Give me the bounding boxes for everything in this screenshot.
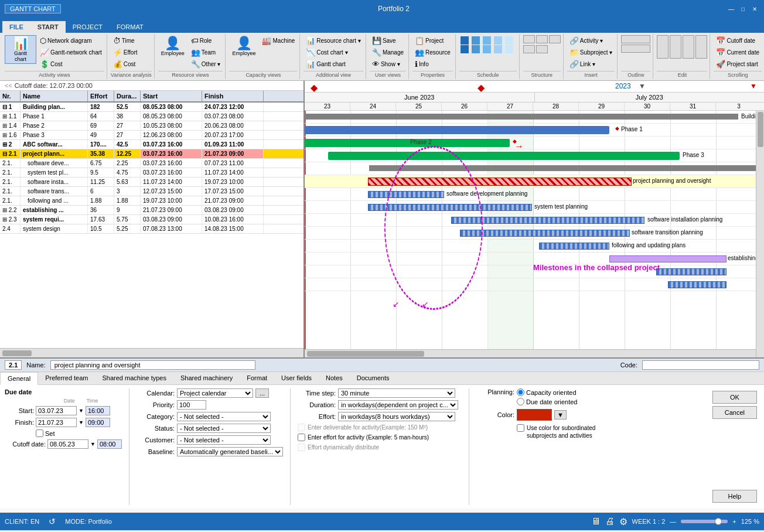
machine-btn[interactable]: 🏭Machine — [260, 35, 297, 46]
tab-start[interactable]: START — [30, 21, 66, 33]
finish-date-input[interactable] — [36, 418, 77, 427]
gantt-h-scrollbar[interactable] — [305, 349, 756, 357]
gantt-chart-view-btn[interactable]: 📊Gantt chart — [303, 59, 363, 70]
project-props-btn[interactable]: 📋Project — [412, 35, 453, 46]
code-input[interactable] — [642, 360, 759, 370]
table-row[interactable]: 2.1. software deve... 6.75 2.25 03.07.23… — [0, 159, 303, 168]
v-scrollbar[interactable] — [756, 111, 764, 357]
minimize-btn[interactable]: — — [727, 4, 736, 13]
table-row[interactable]: ⊞ 2.2 establishing ... 36 9 21.07.23 09:… — [0, 206, 303, 215]
table-row[interactable]: 2.1. following and ... 1.88 1.88 19.07.2… — [0, 196, 303, 206]
status-select[interactable]: - Not selected - — [177, 424, 271, 433]
tab-project[interactable]: PROJECT — [66, 21, 110, 33]
time-btn[interactable]: ⏱Time — [111, 35, 140, 46]
finish-time-input[interactable] — [86, 418, 110, 427]
table-row[interactable]: ⊞ 1.6 Phase 3 49 27 12.06.23 08:00 20.07… — [0, 131, 303, 140]
close-btn[interactable]: ✕ — [750, 4, 759, 13]
duration-select[interactable]: in workdays(dependent on project c... — [338, 400, 458, 410]
gantt-h-thumb[interactable] — [307, 351, 424, 357]
current-date-btn[interactable]: 📅Current date — [714, 47, 762, 58]
tab-preferred-team[interactable]: Preferred team — [38, 372, 95, 384]
zoom-minus[interactable]: — — [670, 518, 676, 525]
zoom-slider[interactable] — [681, 520, 728, 523]
table-row-selected[interactable]: ⊟ 2.1 project plann... 35.38 12.25 03.07… — [0, 149, 303, 159]
activity-name-input[interactable] — [50, 360, 255, 370]
tab-documents[interactable]: Documents — [350, 372, 397, 384]
tab-shared-machine-types[interactable]: Shared machine types — [95, 372, 173, 384]
table-row[interactable]: ⊞ 2.3 system requi... 17.63 5.75 03.08.2… — [0, 215, 303, 224]
tab-general[interactable]: General — [0, 372, 38, 385]
help-button[interactable]: Help — [712, 490, 757, 503]
table-row[interactable]: 2.1. software trans... 6 3 12.07.23 15:0… — [0, 187, 303, 196]
col-finish: Finish — [202, 91, 264, 101]
table-row[interactable]: ⊟ 1 Building plan... 182 52.5 08.05.23 0… — [0, 103, 303, 112]
capacity-radio[interactable] — [517, 388, 524, 396]
baseline-select[interactable]: Automatically generated baseli... — [177, 447, 283, 456]
project-start-btn[interactable]: 🚀Project start — [714, 59, 762, 70]
table-row[interactable]: ⊞ 1.4 Phase 2 69 27 10.05.23 08:00 20.06… — [0, 121, 303, 131]
table-row[interactable]: 2.4 system design 10.5 5.25 07.08.23 13:… — [0, 224, 303, 234]
gantt-network-btn[interactable]: 📈Gantt-network chart — [37, 47, 104, 58]
tab-user-fields[interactable]: User fields — [274, 372, 319, 384]
status-bar: CLIENT: EN ↺ MODE: Portfolio 🖥 🖨 ⚙ WEEK … — [0, 513, 764, 530]
employee-capacity-btn[interactable]: 👤 Employee — [229, 35, 258, 58]
zoom-plus[interactable]: + — [732, 518, 736, 525]
refresh-icon[interactable]: ↺ — [49, 517, 56, 526]
effort-entry-checkbox[interactable] — [298, 434, 305, 441]
other-btn[interactable]: 🔧Other ▾ — [189, 59, 223, 70]
maximize-btn[interactable]: □ — [738, 4, 748, 13]
tab-format[interactable]: Format — [240, 372, 274, 384]
color-swatch[interactable] — [517, 409, 552, 421]
role-btn[interactable]: 🏷Role — [189, 35, 223, 46]
save-view-btn[interactable]: 💾Save — [370, 35, 406, 46]
timestep-select[interactable]: 30 minute — [338, 388, 455, 398]
duedate-radio[interactable] — [517, 398, 524, 405]
employee-large-btn[interactable]: 👤 Employee — [158, 35, 187, 58]
calendar-browse-btn[interactable]: ... — [255, 388, 269, 398]
set-checkbox[interactable] — [36, 429, 43, 437]
customer-select[interactable]: - Not selected - — [177, 435, 271, 445]
activity-insert-btn[interactable]: 🔗Activity ▾ — [567, 35, 615, 46]
calendar-select[interactable]: Project calendar — [177, 388, 253, 398]
color-dropdown-btn[interactable]: ▼ — [554, 410, 567, 420]
scrollbar-thumb[interactable] — [2, 350, 32, 356]
start-time-input[interactable] — [86, 406, 110, 415]
resource-props-btn[interactable]: 👥Resource — [412, 47, 453, 58]
tab-shared-machinery[interactable]: Shared machinery — [173, 372, 240, 384]
tab-notes[interactable]: Notes — [319, 372, 350, 384]
gantt-chart-btn[interactable]: 📊 Ganttchart — [5, 35, 36, 64]
category-select[interactable]: - Not selected - — [177, 412, 271, 421]
v-scrollbar-thumb[interactable] — [758, 112, 763, 147]
table-row[interactable]: ⊞ 2 ABC softwar... 170.... 42.5 03.07.23… — [0, 140, 303, 149]
show-btn[interactable]: 👁Show ▾ — [370, 59, 406, 70]
table-row[interactable]: 2.1. software insta... 11.25 5.63 11.07.… — [0, 178, 303, 187]
collapse-btn[interactable]: << — [5, 82, 12, 89]
cutoff-date-btn[interactable]: 📅Cutoff date — [714, 35, 762, 46]
effort-select[interactable]: in workdays(8 hours workdays) — [338, 412, 455, 421]
cutoff-time-input[interactable] — [97, 439, 122, 449]
use-color-checkbox[interactable] — [517, 424, 524, 432]
cost-chart-btn[interactable]: 📉Cost chart ▾ — [303, 47, 363, 58]
team-btn[interactable]: 👥Team — [189, 47, 223, 58]
zoom-handle[interactable] — [715, 518, 722, 525]
start-date-input[interactable] — [36, 406, 77, 415]
tab-file[interactable]: FILE — [2, 21, 30, 33]
cutoff-date-input[interactable] — [47, 439, 88, 449]
h-scrollbar[interactable] — [0, 348, 303, 357]
info-btn[interactable]: ℹInfo — [412, 59, 453, 70]
table-row[interactable]: ⊞ 1.1 Phase 1 64 38 08.05.23 08:00 03.07… — [0, 112, 303, 121]
link-btn[interactable]: 🔗Link ▾ — [567, 59, 615, 70]
cancel-button[interactable]: Cancel — [712, 406, 757, 419]
cost-btn[interactable]: 💲Cost — [37, 59, 104, 70]
bar-establishing — [609, 255, 727, 262]
network-diagram-btn[interactable]: ⬡Network diagram — [37, 35, 104, 46]
manage-btn[interactable]: 🔧Manage — [370, 47, 406, 58]
subproject-btn[interactable]: 📁Subproject ▾ — [567, 47, 615, 58]
cost-variance-btn[interactable]: 💰Cost — [111, 59, 140, 70]
priority-input[interactable] — [177, 400, 206, 410]
effort-btn[interactable]: ⚡Effort — [111, 47, 140, 58]
tab-format[interactable]: FORMAT — [110, 21, 151, 33]
resource-chart-btn[interactable]: 📊Resource chart ▾ — [303, 35, 363, 46]
table-row[interactable]: 2.1. system test pl... 9.5 4.75 03.07.23… — [0, 168, 303, 178]
ok-button[interactable]: OK — [712, 391, 757, 404]
